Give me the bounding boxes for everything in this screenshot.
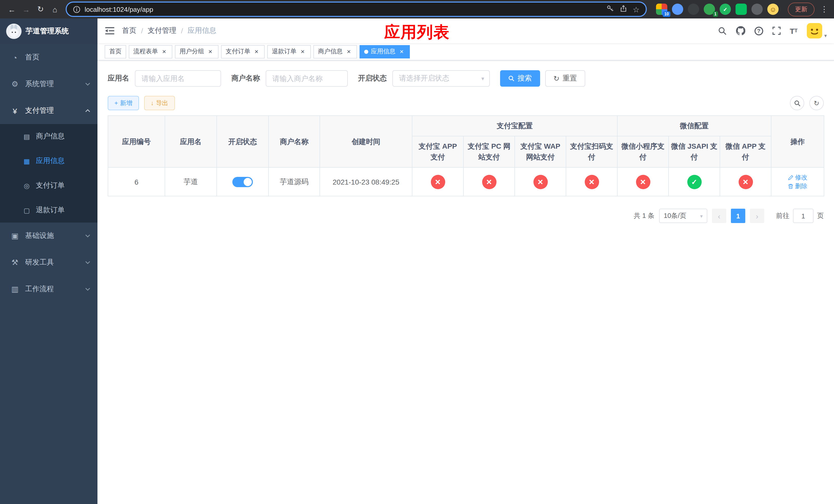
- export-button[interactable]: ↓ 导出: [144, 96, 175, 110]
- sidebar-item-workflow[interactable]: ▥ 工作流程: [0, 276, 97, 302]
- share-icon[interactable]: [619, 4, 627, 14]
- search-icon: [794, 100, 800, 107]
- download-icon: ↓: [151, 99, 154, 107]
- fullscreen-icon[interactable]: [772, 27, 781, 35]
- merchant-name-label: 商户名称: [231, 74, 260, 83]
- address-bar[interactable]: localhost:1024/pay/app ☆: [66, 2, 647, 17]
- breadcrumb-payment[interactable]: 支付管理: [148, 26, 176, 36]
- font-size-icon[interactable]: TT: [790, 27, 797, 35]
- pagination: 共 1 条 10条/页 ▾ ‹ 1 › 前往 页: [108, 209, 824, 223]
- tab-label: 支付订单: [226, 47, 250, 56]
- extension-badge: 1: [713, 11, 718, 17]
- chrome-update-button[interactable]: 更新: [788, 2, 814, 16]
- add-button[interactable]: + 新增: [108, 96, 139, 110]
- edit-link[interactable]: 修改: [788, 173, 807, 182]
- close-icon[interactable]: ×: [160, 48, 168, 55]
- trash-icon: [788, 183, 793, 189]
- tab-user-group[interactable]: 用户分组 ×: [175, 45, 219, 58]
- extension-icon[interactable]: [751, 4, 763, 15]
- cell-app-id: 6: [108, 167, 165, 196]
- app-table: 应用编号 应用名 开启状态 商户名称 创建时间 支付宝配置 微信配置 操作 支付…: [108, 115, 824, 197]
- tab-label: 首页: [109, 47, 122, 56]
- delete-link[interactable]: 删除: [788, 182, 807, 190]
- tab-label: 流程表单: [133, 47, 158, 56]
- reload-icon[interactable]: ↻: [34, 3, 47, 16]
- url-text[interactable]: localhost:1024/pay/app: [85, 5, 602, 13]
- extension-icon[interactable]: 1: [704, 4, 715, 15]
- sidebar-item-payment-order[interactable]: ◎ 支付订单: [0, 173, 97, 198]
- user-avatar[interactable]: ▾: [807, 23, 827, 39]
- goto-label: 前往: [776, 211, 789, 221]
- next-page-button[interactable]: ›: [750, 209, 764, 223]
- extension-icon[interactable]: [672, 4, 683, 15]
- table-row: 6 芋道 芋道源码 2021-10-23 08:49:25 ✕ ✕ ✕ ✕: [108, 167, 824, 196]
- close-icon[interactable]: ×: [398, 48, 405, 55]
- toggle-knob: [244, 178, 252, 186]
- app-name-label: 应用名: [108, 74, 129, 83]
- tab-payment-order[interactable]: 支付订单 ×: [221, 45, 265, 58]
- close-icon[interactable]: ×: [345, 48, 352, 55]
- breadcrumb-home[interactable]: 首页: [122, 26, 136, 36]
- col-app-name: 应用名: [165, 116, 217, 167]
- col-wx-app: 微信 APP 支付: [720, 136, 771, 167]
- close-icon[interactable]: ×: [207, 48, 214, 55]
- site-info-icon[interactable]: [73, 5, 81, 13]
- sidebar-item-refund-order[interactable]: ▢ 退款订单: [0, 198, 97, 223]
- tab-process-form[interactable]: 流程表单 ×: [129, 45, 172, 58]
- extension-icon[interactable]: ✓: [720, 4, 731, 15]
- bookmark-star-icon[interactable]: ☆: [633, 5, 640, 13]
- close-icon[interactable]: ×: [253, 48, 260, 55]
- tabs-bar: 首页 流程表单 × 用户分组 × 支付订单 × 退款订单 × 商户信息 ×: [97, 43, 834, 61]
- prev-page-button[interactable]: ‹: [712, 209, 726, 223]
- status-toggle[interactable]: [232, 177, 253, 187]
- col-wx-jsapi: 微信 JSAPI 支付: [668, 136, 720, 167]
- sidebar-item-home[interactable]: ◔ 首页: [0, 44, 97, 71]
- profile-avatar-icon[interactable]: ☺: [767, 4, 778, 15]
- refresh-icon: ↻: [553, 74, 559, 83]
- back-icon[interactable]: ←: [5, 3, 19, 16]
- goto-unit: 页: [817, 211, 824, 221]
- sidebar-item-label: 系统管理: [25, 79, 54, 89]
- merchant-name-input[interactable]: [266, 70, 348, 87]
- sidebar-item-payment[interactable]: ¥ 支付管理: [0, 97, 97, 124]
- alipay-pc-status-icon: ✕: [482, 175, 496, 189]
- page-size-select[interactable]: 10条/页 ▾: [659, 209, 707, 223]
- sidebar-item-app-info[interactable]: ▦ 应用信息: [0, 149, 97, 173]
- extension-icon[interactable]: [736, 4, 747, 15]
- hamburger-icon[interactable]: [97, 19, 122, 43]
- current-page-button[interactable]: 1: [731, 209, 745, 223]
- navbar-actions: ? TT ▾: [718, 23, 834, 39]
- search-button[interactable]: 搜索: [500, 70, 540, 87]
- sidebar-item-label: 研发工具: [25, 258, 54, 267]
- browser-menu-icon[interactable]: ⋮: [820, 5, 829, 14]
- extension-icon[interactable]: 10: [656, 4, 667, 15]
- breadcrumb-current: 应用信息: [188, 26, 216, 36]
- sidebar-item-infrastructure[interactable]: ▣ 基础设施: [0, 223, 97, 249]
- sidebar-item-system[interactable]: ⚙ 系统管理: [0, 71, 97, 97]
- col-alipay-qr: 支付宝扫码支付: [566, 136, 617, 167]
- github-icon[interactable]: [736, 26, 745, 36]
- tab-home[interactable]: 首页: [105, 45, 126, 58]
- alipay-qr-status-icon: ✕: [585, 175, 599, 189]
- status-select[interactable]: 请选择开启状态 ▾: [392, 70, 490, 87]
- sidebar-item-merchant-info[interactable]: ▤ 商户信息: [0, 124, 97, 149]
- tab-merchant-info[interactable]: 商户信息 ×: [313, 45, 357, 58]
- search-icon[interactable]: [718, 26, 727, 35]
- workflow-icon: ▥: [10, 284, 20, 294]
- reset-button[interactable]: ↻ 重置: [545, 70, 585, 87]
- tab-refund-order[interactable]: 退款订单 ×: [267, 45, 311, 58]
- app-name-input[interactable]: [135, 70, 221, 87]
- sidebar-item-label: 首页: [25, 53, 40, 62]
- sidebar-item-dev-tools[interactable]: ⚒ 研发工具: [0, 249, 97, 276]
- home-icon[interactable]: ⌂: [48, 3, 62, 16]
- tab-app-info[interactable]: 应用信息 ×: [359, 45, 410, 58]
- help-icon[interactable]: ?: [754, 26, 763, 35]
- refresh-button[interactable]: ↻: [809, 96, 824, 110]
- app-logo[interactable]: 芋道管理系统: [0, 19, 97, 44]
- extension-icon[interactable]: [688, 4, 699, 15]
- forward-icon[interactable]: →: [20, 3, 33, 16]
- toggle-search-button[interactable]: [790, 96, 804, 110]
- close-icon[interactable]: ×: [299, 48, 306, 55]
- goto-page-input[interactable]: [793, 209, 813, 223]
- password-key-icon[interactable]: [606, 4, 614, 14]
